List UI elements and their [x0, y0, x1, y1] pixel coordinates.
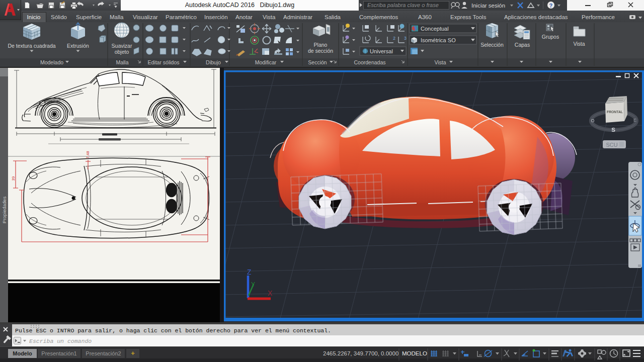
- svg-text:Coordenadas: Coordenadas: [354, 59, 385, 65]
- svg-text:Isométrica SO: Isométrica SO: [421, 37, 456, 43]
- svg-text:Suavizar: Suavizar: [112, 43, 132, 49]
- svg-text:7,48: 7,48: [86, 151, 90, 159]
- svg-text:Dibujo: Dibujo: [206, 59, 221, 65]
- svg-text:Selección: Selección: [480, 42, 504, 48]
- svg-text:2: 2: [393, 36, 395, 41]
- svg-text:Universal: Universal: [370, 48, 393, 54]
- svg-text:X: X: [268, 289, 273, 297]
- svg-text:Conceptual: Conceptual: [421, 26, 449, 32]
- svg-text:De textura cuadrada: De textura cuadrada: [8, 43, 55, 49]
- svg-text:E: E: [633, 118, 636, 123]
- svg-text:Plano: Plano: [314, 42, 328, 48]
- svg-text:SCU: SCU: [606, 142, 617, 148]
- svg-text:de sección: de sección: [308, 48, 333, 54]
- svg-text:Z: Z: [247, 268, 252, 276]
- svg-text:Vista: Vista: [573, 41, 585, 47]
- svg-text:objeto: objeto: [115, 49, 129, 55]
- svg-text:Y: Y: [251, 281, 255, 288]
- svg-text:3: 3: [404, 36, 407, 41]
- svg-text:Capas: Capas: [515, 42, 530, 48]
- svg-text:Vista: Vista: [434, 59, 446, 65]
- svg-text:?: ?: [549, 3, 553, 9]
- svg-text:O: O: [591, 118, 594, 123]
- svg-text:Sección: Sección: [308, 59, 327, 65]
- svg-text:Malla: Malla: [116, 59, 128, 65]
- svg-text:39: 39: [11, 176, 16, 180]
- svg-text:Iniciar sesión: Iniciar sesión: [471, 3, 505, 9]
- svg-text:Extrusión: Extrusión: [67, 43, 89, 49]
- svg-text:Grupos: Grupos: [542, 34, 559, 40]
- svg-text:Escriba palabra clave o frase: Escriba palabra clave o frase: [367, 2, 439, 8]
- svg-text:Editar sólidos: Editar sólidos: [147, 59, 179, 65]
- svg-text:Modificar: Modificar: [255, 59, 277, 65]
- svg-text:FRONTAL: FRONTAL: [607, 110, 623, 114]
- svg-text:S: S: [611, 127, 615, 133]
- svg-text:Modelado: Modelado: [40, 59, 63, 65]
